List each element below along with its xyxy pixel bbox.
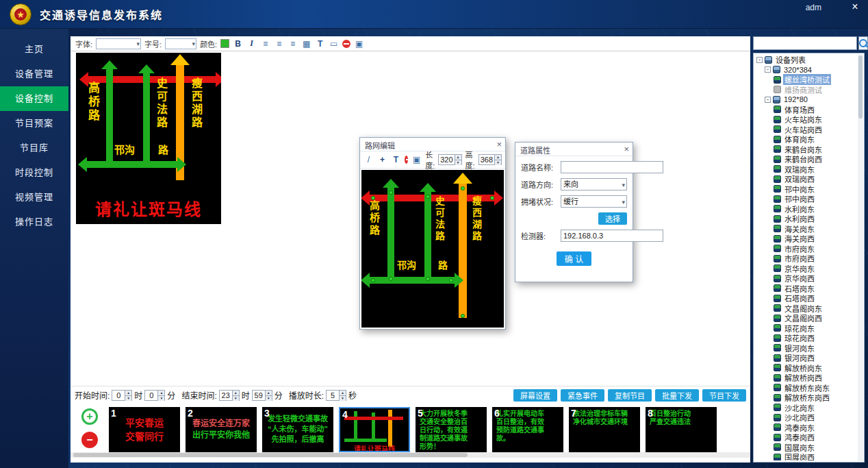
device-node[interactable]: - 琼花岗西	[755, 333, 858, 343]
action-button[interactable]: 批量下发	[655, 389, 699, 402]
control-point[interactable]	[426, 277, 430, 281]
bold-icon[interactable]: B	[233, 39, 243, 49]
device-node[interactable]: - 海关岗东	[755, 224, 858, 234]
action-button[interactable]: 紧急事件	[561, 389, 604, 402]
collapse-icon[interactable]: -	[765, 97, 771, 103]
device-node[interactable]: - 市府岗东	[755, 244, 858, 254]
insert-text-icon[interactable]: T	[315, 39, 325, 49]
remove-program-button[interactable]: −	[81, 432, 98, 448]
control-point[interactable]	[490, 196, 494, 200]
play-duration-spinner[interactable]: 5 ▲▼	[326, 390, 346, 401]
device-node[interactable]: - 解放桥东岗东	[755, 383, 858, 393]
device-node[interactable]: - 国展岗西	[755, 452, 858, 460]
spin-up-icon[interactable]: ▲	[233, 391, 239, 395]
device-node[interactable]: - 双瑞岗东	[755, 164, 858, 175]
align-right-icon[interactable]: ≡	[288, 39, 298, 49]
save-icon[interactable]: ▣	[354, 39, 364, 49]
device-node[interactable]: - 邗中岗西	[755, 194, 858, 204]
window-close-icon[interactable]: ×	[849, 1, 861, 12]
control-point[interactable]	[371, 196, 375, 200]
spin-down-icon[interactable]: ▼	[233, 395, 239, 401]
device-node[interactable]: - 火车站岗东	[755, 114, 858, 125]
device-search-input[interactable]	[753, 36, 857, 50]
road-name-input[interactable]	[561, 161, 663, 173]
sidebar-item[interactable]: 操作日志	[0, 210, 68, 234]
italic-icon[interactable]: I	[246, 38, 257, 49]
program-thumbnail[interactable]: 6 扎实开展电动车 百日整治，有效 预防道路交通事 故。	[492, 407, 563, 452]
spin-up-icon[interactable]: ▲	[125, 391, 131, 395]
device-node[interactable]: - 水利岗东	[755, 204, 858, 214]
congestion-select[interactable]: 缓行 ▾	[561, 195, 627, 208]
program-thumbnail[interactable]: 4 请礼让斑马线	[339, 407, 410, 452]
road-direction-select[interactable]: 来向 ▾	[561, 178, 627, 190]
text-tool-icon[interactable]: T	[391, 155, 401, 164]
sidebar-item[interactable]: 节目库	[0, 136, 68, 160]
delete-icon[interactable]	[342, 40, 350, 48]
collapse-icon[interactable]: -	[765, 66, 771, 73]
add-program-button[interactable]: +	[81, 408, 98, 425]
device-node[interactable]: - 来鹤台岗东	[755, 145, 858, 155]
spin-up-icon[interactable]: ▲	[495, 155, 501, 160]
device-node[interactable]: - 京华岗西	[755, 273, 858, 284]
detector-input[interactable]	[561, 230, 663, 242]
program-thumbnail[interactable]: 5 大力开展秋冬季 交通安全整治百 日行动，有效遏 制道路交通事故 形势！	[416, 407, 487, 452]
confirm-button[interactable]: 确 认	[557, 251, 591, 266]
control-point[interactable]	[371, 278, 375, 282]
device-node[interactable]: - 解放桥岗东	[755, 363, 858, 373]
control-point[interactable]	[389, 190, 393, 195]
device-node[interactable]: - 市府岗西	[755, 254, 858, 264]
dialog-titlebar[interactable]: 路网编辑 ×	[360, 138, 505, 151]
program-thumbnail[interactable]: 3 发生轻微交通事故 “人未伤，车能动” 先拍照，后撤离	[262, 407, 333, 452]
scrollbar-thumb[interactable]	[73, 453, 468, 457]
scrollbar-thumb[interactable]	[858, 56, 863, 119]
device-node[interactable]: - 琼花岗东	[755, 323, 858, 334]
device-node[interactable]: - 螺丝湾桥测试	[755, 75, 858, 85]
device-node[interactable]: - 水利岗西	[755, 214, 858, 224]
device-node[interactable]: - 海关岗西	[755, 234, 858, 244]
device-node[interactable]: - 双瑞岗西	[755, 174, 858, 184]
control-point[interactable]	[461, 314, 465, 318]
dialog-titlebar[interactable]: 道路属性 ×	[515, 143, 633, 156]
collapse-icon[interactable]: -	[756, 57, 763, 63]
device-node[interactable]: - 沙北岗西	[755, 412, 858, 423]
device-node[interactable]: - 文昌阁岗东	[755, 304, 858, 314]
select-button[interactable]: 选择	[598, 212, 627, 225]
action-button[interactable]: 复制节目	[608, 389, 652, 402]
device-node[interactable]: - 银河岗东	[755, 343, 858, 354]
spin-down-icon[interactable]: ▼	[495, 160, 501, 165]
control-point[interactable]	[461, 186, 465, 190]
device-node[interactable]: - 国展岗东	[755, 443, 858, 453]
device-node[interactable]: - 解放桥东岗西	[755, 393, 858, 403]
length-spinner[interactable]: 320 ▲▼	[438, 154, 461, 165]
spin-down-icon[interactable]: ▼	[266, 395, 272, 401]
delete-icon[interactable]	[405, 156, 408, 164]
sidebar-item[interactable]: 节目预案	[0, 111, 68, 136]
sign-preview-canvas[interactable]: 高桥路 史可法路 瘦西湖路 邗沟 路 请礼让斑马线	[76, 53, 221, 224]
device-node[interactable]: - 来鹤台岗西	[755, 154, 858, 164]
draw-line-icon[interactable]: /	[363, 155, 374, 164]
insert-image-icon[interactable]: ▦	[301, 39, 311, 49]
device-node[interactable]: - 鸿泰岗西	[755, 432, 858, 443]
device-node[interactable]: - 文昌阁岗西	[755, 313, 858, 323]
program-thumbnail[interactable]: 1 平安春运 交警同行	[109, 407, 180, 452]
frame-icon[interactable]: ▭	[329, 39, 339, 49]
search-button[interactable]	[858, 36, 868, 50]
start-minute-spinner[interactable]: 0 ▲▼	[144, 390, 165, 401]
spin-up-icon[interactable]: ▲	[455, 155, 461, 160]
road-network-canvas[interactable]: 高桥路 史可法路 瘦西湖路 邗沟 路	[361, 170, 504, 328]
spin-up-icon[interactable]: ▲	[158, 391, 164, 395]
device-node[interactable]: - 京华岗东	[755, 264, 858, 274]
close-icon[interactable]: ×	[496, 139, 502, 149]
sidebar-item[interactable]: 视频管理	[0, 185, 68, 210]
action-button[interactable]: 屏幕设置	[513, 389, 557, 402]
spin-down-icon[interactable]: ▼	[455, 160, 461, 165]
device-node[interactable]: - 沙北岗东	[755, 403, 858, 413]
control-point[interactable]	[426, 195, 430, 199]
sidebar-item[interactable]: 时段控制	[0, 160, 68, 185]
device-node[interactable]: - 维扬商测试	[755, 85, 858, 95]
program-thumbnail[interactable]: 7 依法治理非标车辆 净化城市交通环境	[569, 407, 640, 452]
spin-up-icon[interactable]: ▲	[266, 391, 272, 395]
start-hour-spinner[interactable]: 0 ▲▼	[112, 390, 132, 401]
device-node[interactable]: - 解放桥岗西	[755, 373, 858, 383]
end-minute-spinner[interactable]: 59 ▲▼	[252, 390, 272, 401]
